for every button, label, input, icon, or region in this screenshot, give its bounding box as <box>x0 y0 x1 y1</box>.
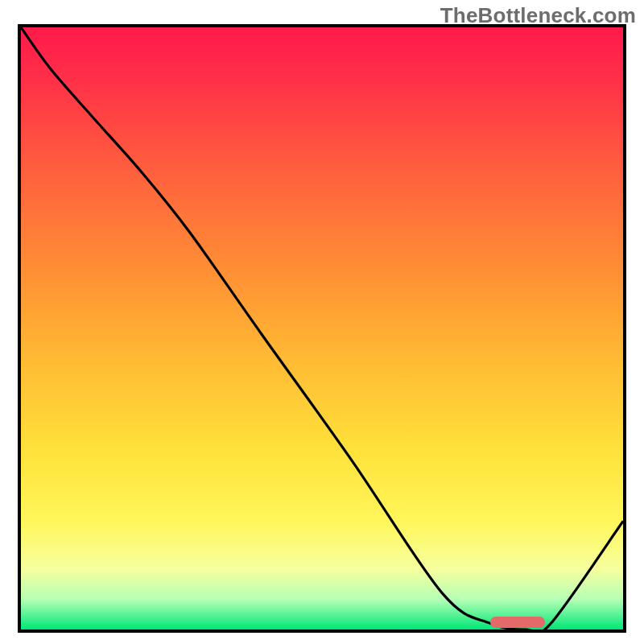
chart-frame: TheBottleneck.com <box>0 0 644 644</box>
line-overlay-svg <box>21 27 623 630</box>
optimal-range-marker <box>490 617 544 628</box>
plot-area <box>18 24 626 633</box>
bottleneck-curve-path <box>21 27 623 630</box>
